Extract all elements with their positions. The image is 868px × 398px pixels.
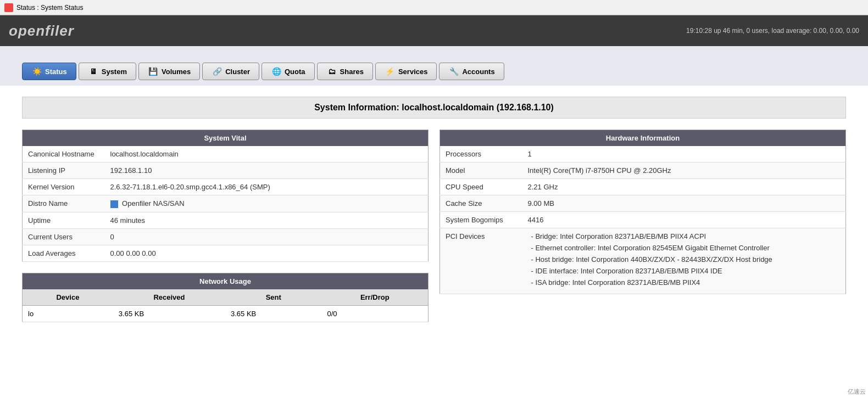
table-row: Listening IP 192.168.1.10 <box>23 162 429 179</box>
sv-value-kernel: 2.6.32-71.18.1.el6-0.20.smp.gcc4.1.x86_6… <box>105 179 429 195</box>
nav-item-services[interactable]: ⚡ Services <box>375 63 437 80</box>
sv-value-ip: 192.168.1.10 <box>105 162 429 179</box>
network-usage-header: Network Usage <box>23 273 429 289</box>
pci-list: Bridge: Intel Corporation 82371AB/EB/MB … <box>528 232 841 287</box>
net-device: lo <box>23 305 113 322</box>
hw-label-cpuspeed: CPU Speed <box>440 179 522 195</box>
sv-value-users: 0 <box>105 228 429 245</box>
hw-label-processors: Processors <box>440 146 522 162</box>
sv-label-uptime: Uptime <box>23 212 105 228</box>
network-usage-table: Network Usage Device Received Sent Err/D… <box>22 273 429 322</box>
title-text: Status : System Status <box>16 4 83 12</box>
sv-value-distro: Openfiler NAS/SAN <box>105 195 429 212</box>
cluster-icon: 🔗 <box>212 66 222 76</box>
hw-label-cache: Cache Size <box>440 195 522 212</box>
hw-value-cache: 9.00 MB <box>522 195 846 212</box>
uptime-text: 19:10:28 up 46 min, 0 users, load averag… <box>686 27 859 35</box>
table-row: Cache Size 9.00 MB <box>440 195 846 212</box>
table-row: Processors 1 <box>440 146 846 162</box>
nav-item-quota[interactable]: 🌐 Quota <box>261 63 315 80</box>
table-row: Canonical Hostname localhost.localdomain <box>23 146 429 162</box>
nav-item-cluster[interactable]: 🔗 Cluster <box>202 63 259 80</box>
nav-label-cluster: Cluster <box>225 68 250 76</box>
sv-value-load: 0.00 0.00 0.00 <box>105 245 429 261</box>
table-row: Current Users 0 <box>23 228 429 245</box>
list-item: Bridge: Intel Corporation 82371AB/EB/MB … <box>528 232 841 240</box>
hardware-info-section: Hardware Information Processors 1 Model … <box>439 130 846 322</box>
hw-label-bogomips: System Bogomips <box>440 212 522 228</box>
sv-label-users: Current Users <box>23 228 105 245</box>
hardware-info-header: Hardware Information <box>440 130 846 147</box>
main-content: System Information: localhost.localdomai… <box>0 86 868 398</box>
nav-item-volumes[interactable]: 💾 Volumes <box>138 63 200 80</box>
table-row: Uptime 46 minutes <box>23 212 429 228</box>
list-item: ISA bridge: Intel Corporation 82371AB/EB… <box>528 278 841 287</box>
table-row: System Bogomips 4416 <box>440 212 846 228</box>
nav-label-volumes: Volumes <box>162 68 191 76</box>
list-item: Host bridge: Intel Corporation 440BX/ZX/… <box>528 255 841 264</box>
hardware-info-table: Hardware Information Processors 1 Model … <box>439 130 846 294</box>
table-row: Distro Name Openfiler NAS/SAN <box>23 195 429 212</box>
sv-label-load: Load Averages <box>23 245 105 261</box>
status-icon: ☀️ <box>31 66 42 76</box>
nav-label-accounts: Accounts <box>462 68 494 76</box>
system-vital-table: System Vital Canonical Hostname localhos… <box>22 130 429 262</box>
nav-item-system[interactable]: 🖥 System <box>79 63 136 80</box>
nav-spacer <box>0 46 868 63</box>
table-row: CPU Speed 2.21 GHz <box>440 179 846 195</box>
nav-label-quota: Quota <box>285 68 305 76</box>
table-row: PCI Devices Bridge: Intel Corporation 82… <box>440 228 846 294</box>
sv-value-uptime: 46 minutes <box>105 212 429 228</box>
sv-label-distro: Distro Name <box>23 195 105 212</box>
table-row: Load Averages 0.00 0.00 0.00 <box>23 245 429 261</box>
nav-item-status[interactable]: ☀️ Status <box>22 63 76 80</box>
hw-label-model: Model <box>440 162 522 179</box>
hw-value-processors: 1 <box>522 146 846 162</box>
hw-value-cpuspeed: 2.21 GHz <box>522 179 846 195</box>
hw-value-pci: Bridge: Intel Corporation 82371AB/EB/MB … <box>522 228 846 294</box>
net-col-sent: Sent <box>225 289 322 306</box>
net-col-received: Received <box>113 289 225 306</box>
title-icon <box>4 3 13 12</box>
distro-icon <box>110 200 118 208</box>
system-icon: 🖥 <box>88 66 99 76</box>
shares-icon: 🗂 <box>326 66 337 76</box>
titlebar: Status : System Status <box>0 0 868 15</box>
hw-label-pci: PCI Devices <box>440 228 522 294</box>
nav-label-system: System <box>102 68 127 76</box>
watermark: 亿速云 <box>848 388 866 396</box>
volumes-icon: 💾 <box>148 66 159 76</box>
sv-value-hostname: localhost.localdomain <box>105 146 429 162</box>
nav-label-shares: Shares <box>340 68 364 76</box>
table-row: lo 3.65 KB 3.65 KB 0/0 <box>23 305 429 322</box>
logo: openfiler <box>9 23 74 40</box>
sv-label-kernel: Kernel Version <box>23 179 105 195</box>
hw-value-model: Intel(R) Core(TM) i7-8750H CPU @ 2.20GHz <box>522 162 846 179</box>
system-vital-header: System Vital <box>23 130 429 147</box>
navbar: ☀️ Status 🖥 System 💾 Volumes 🔗 Cluster 🌐… <box>0 63 868 86</box>
system-vital-section: System Vital Canonical Hostname localhos… <box>22 130 429 322</box>
accounts-icon: 🔧 <box>448 66 459 76</box>
quota-icon: 🌐 <box>271 66 282 76</box>
nav-item-accounts[interactable]: 🔧 Accounts <box>439 63 504 80</box>
sv-label-ip: Listening IP <box>23 162 105 179</box>
net-sent: 3.65 KB <box>225 305 322 322</box>
nav-label-status: Status <box>45 68 67 76</box>
nav-label-services: Services <box>398 68 428 76</box>
list-item: IDE interface: Intel Corporation 82371AB… <box>528 267 841 275</box>
hw-value-bogomips: 4416 <box>522 212 846 228</box>
net-col-device: Device <box>23 289 113 306</box>
nav-item-shares[interactable]: 🗂 Shares <box>317 63 373 80</box>
net-col-errdrop: Err/Drop <box>322 289 429 306</box>
table-row: Model Intel(R) Core(TM) i7-8750H CPU @ 2… <box>440 162 846 179</box>
net-received: 3.65 KB <box>113 305 225 322</box>
list-item: Ethernet controller: Intel Corporation 8… <box>528 244 841 252</box>
net-errdrop: 0/0 <box>322 305 429 322</box>
topbar: openfiler 19:10:28 up 46 min, 0 users, l… <box>0 15 868 46</box>
table-row: Kernel Version 2.6.32-71.18.1.el6-0.20.s… <box>23 179 429 195</box>
services-icon: ⚡ <box>385 66 396 76</box>
sv-label-hostname: Canonical Hostname <box>23 146 105 162</box>
info-columns: System Vital Canonical Hostname localhos… <box>22 130 846 322</box>
page-title: System Information: localhost.localdomai… <box>22 97 846 119</box>
